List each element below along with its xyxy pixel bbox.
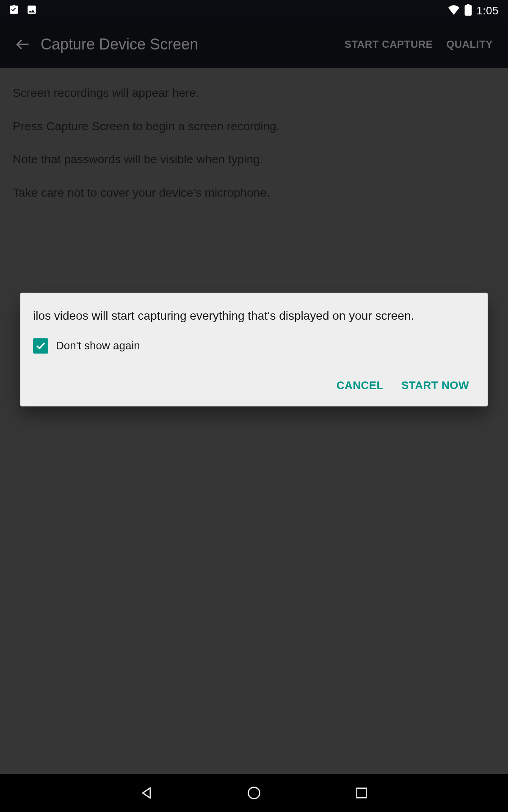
status-left [8, 4, 37, 17]
circle-home-icon [246, 785, 262, 801]
cancel-button[interactable]: CANCEL [337, 379, 384, 392]
check-icon [35, 340, 46, 351]
svg-rect-2 [357, 788, 367, 798]
svg-point-1 [248, 787, 260, 799]
capture-permission-dialog: ilos videos will start capturing everyth… [20, 293, 488, 406]
status-clock: 1:05 [476, 4, 499, 17]
square-recent-icon [355, 786, 368, 800]
triangle-back-icon [139, 785, 154, 801]
navigation-bar [0, 774, 508, 812]
nav-home-button[interactable] [245, 784, 263, 802]
dialog-actions: CANCEL START NOW [33, 379, 475, 396]
status-right: 1:05 [447, 4, 499, 17]
image-icon [26, 4, 37, 17]
assignment-done-icon [8, 4, 19, 17]
wifi-icon [447, 5, 460, 16]
dont-show-again-label: Don't show again [56, 339, 140, 352]
start-now-button[interactable]: START NOW [401, 379, 469, 392]
nav-back-button[interactable] [137, 784, 156, 802]
dont-show-again-checkbox[interactable] [33, 338, 48, 354]
device-screen: 1:05 Capture Device Screen START CAPTURE… [0, 0, 508, 812]
battery-icon [464, 4, 472, 17]
dont-show-again-row[interactable]: Don't show again [33, 338, 475, 354]
nav-recent-button[interactable] [352, 784, 371, 802]
dialog-message: ilos videos will start capturing everyth… [33, 308, 475, 324]
status-bar: 1:05 [0, 0, 508, 21]
